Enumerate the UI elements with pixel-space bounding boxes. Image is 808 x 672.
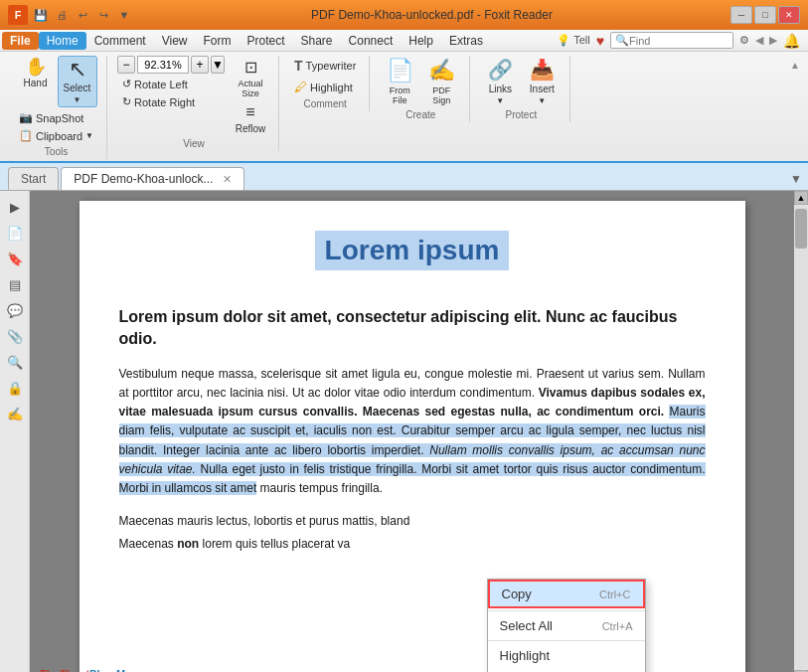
- tab-scroll-arrow[interactable]: ▼: [790, 172, 802, 186]
- create-group-label: Create: [405, 109, 435, 120]
- rotate-buttons: ↺ Rotate Left ↻ Rotate Right: [117, 76, 225, 110]
- reflow-button[interactable]: ≡ Reflow: [231, 101, 270, 136]
- rotate-right-label: Rotate Right: [134, 96, 195, 108]
- pdf-sign-button[interactable]: ✍ PDFSign: [421, 56, 461, 107]
- typewriter-button[interactable]: T Typewriter: [289, 56, 361, 76]
- context-menu-copy[interactable]: Copy Ctrl+C: [488, 580, 645, 608]
- select-button[interactable]: ↖ Select ▼: [58, 56, 97, 107]
- view-group-label: View: [183, 138, 205, 149]
- from-file-button[interactable]: 📄 FromFile: [380, 56, 419, 107]
- bell-icon[interactable]: 🔔: [783, 33, 800, 49]
- tools-group-label: Tools: [45, 146, 68, 157]
- print-quick-btn[interactable]: 🖨: [53, 6, 71, 24]
- tab-pdf-demo[interactable]: PDF Demo-Khoa-unlock... ✕: [61, 167, 243, 190]
- select-dropdown-icon: ▼: [74, 95, 81, 104]
- settings-icon[interactable]: ⚙: [739, 34, 749, 47]
- zoom-input[interactable]: [137, 56, 189, 74]
- nav-right-icon[interactable]: ▶: [769, 34, 777, 47]
- menu-help[interactable]: Help: [401, 32, 441, 50]
- highlight-icon: 🖊: [294, 80, 307, 94]
- sidebar-tool-lock[interactable]: 🔒: [3, 376, 27, 400]
- watermark-text-1: ThuThuat: [40, 668, 89, 672]
- view-side-buttons: ⊡ ActualSize ≡ Reflow: [231, 56, 270, 136]
- actual-size-label: ActualSize: [239, 79, 263, 98]
- typewriter-label: Typewriter: [306, 60, 357, 72]
- body-text-3: Maecenas non lorem quis tellus placerat …: [119, 537, 351, 551]
- select-icon: ↖: [69, 59, 86, 81]
- sidebar-tool-page[interactable]: 📄: [3, 221, 27, 245]
- menu-share[interactable]: Share: [293, 32, 341, 50]
- links-arrow: ▼: [496, 96, 504, 105]
- sidebar-tool-attach[interactable]: 📎: [3, 324, 27, 348]
- sidebar-tool-search[interactable]: 🔍: [3, 350, 27, 374]
- tab-pdf-demo-label: PDF Demo-Khoa-unlock...: [74, 172, 213, 186]
- rotate-right-button[interactable]: ↻ Rotate Right: [117, 93, 225, 110]
- more-quick-btn[interactable]: ▼: [115, 6, 133, 24]
- links-button[interactable]: 🔗 Links ▼: [480, 56, 520, 107]
- menu-home[interactable]: Home: [39, 32, 86, 50]
- menu-protect[interactable]: Protect: [240, 32, 293, 50]
- menu-connect[interactable]: Connect: [341, 32, 402, 50]
- tab-start[interactable]: Start: [8, 167, 59, 190]
- tell-me-label: 💡 Tell: [557, 34, 589, 47]
- save-quick-btn[interactable]: 💾: [32, 6, 50, 24]
- scrollbar-thumb[interactable]: [795, 209, 807, 249]
- zoom-in-button[interactable]: +: [191, 56, 209, 74]
- ribbon-group-comment: T Typewriter 🖊 Highlight Comment: [281, 56, 370, 111]
- heart-icon: ♥: [596, 33, 604, 49]
- menu-extras[interactable]: Extras: [441, 32, 491, 50]
- zoom-dropdown-button[interactable]: ▼: [211, 56, 225, 74]
- protect-group-label: Protect: [505, 109, 537, 120]
- nav-left-icon[interactable]: ◀: [755, 34, 763, 47]
- snapshot-button[interactable]: 📷 SnapShot: [14, 109, 98, 126]
- zoom-out-button[interactable]: −: [117, 56, 135, 74]
- pdf-subtitle: Lorem ipsum dolor sit amet, consectetur …: [119, 306, 706, 351]
- pdf-area: Lorem ipsum Lorem ipsum dolor sit amet, …: [30, 191, 794, 672]
- tab-close-icon[interactable]: ✕: [223, 173, 232, 185]
- context-menu-highlight[interactable]: Highlight: [488, 643, 645, 668]
- ctx-highlight-label: Highlight: [500, 648, 551, 663]
- reflow-icon: ≡: [245, 103, 254, 121]
- minimize-button[interactable]: ─: [730, 6, 752, 24]
- clipboard-button[interactable]: 📋 Clipboard ▼: [14, 127, 98, 144]
- context-menu-select-all[interactable]: Select All Ctrl+A: [488, 613, 645, 638]
- hand-label: Hand: [24, 78, 48, 88]
- actual-size-button[interactable]: ⊡ ActualSize: [231, 56, 270, 100]
- highlight-button[interactable]: 🖊 Highlight: [289, 78, 361, 96]
- pdf-body-text-3: Maecenas non lorem quis tellus placerat …: [119, 535, 706, 554]
- menu-comment[interactable]: Comment: [86, 32, 154, 50]
- hand-button[interactable]: ✋ Hand: [16, 56, 56, 90]
- menu-file[interactable]: File: [2, 32, 39, 50]
- context-divider-2: [488, 640, 645, 641]
- clipboard-arrow: ▼: [85, 131, 93, 140]
- menu-bar: File Home Comment View Form Protect Shar…: [0, 30, 808, 52]
- ribbon-group-create: 📄 FromFile ✍ PDFSign Create: [372, 56, 470, 122]
- sidebar-tool-sign[interactable]: ✍: [3, 402, 27, 425]
- context-divider-1: [488, 610, 645, 611]
- maximize-button[interactable]: □: [754, 6, 776, 24]
- select-label: Select: [64, 83, 91, 93]
- sidebar-tool-bookmark[interactable]: 🔖: [3, 247, 27, 270]
- pdf-document-title: Lorem ipsum: [315, 231, 510, 270]
- tools-main-buttons: ✋ Hand ↖ Select ▼: [16, 56, 97, 107]
- actual-size-icon: ⊡: [244, 58, 257, 77]
- watermark-suffix: .vn: [141, 668, 157, 672]
- scrollbar-up-button[interactable]: ▲: [794, 191, 808, 205]
- rotate-left-button[interactable]: ↺ Rotate Left: [117, 76, 225, 92]
- sidebar-tool-comment[interactable]: 💬: [3, 298, 27, 322]
- menu-view[interactable]: View: [154, 32, 196, 50]
- context-menu-strikeout[interactable]: Strikeout: [488, 668, 645, 672]
- close-button[interactable]: ✕: [778, 6, 800, 24]
- collapse-ribbon-button[interactable]: ▲: [788, 56, 802, 74]
- ribbon: ✋ Hand ↖ Select ▼ 📷 SnapShot 📋 Clipboard…: [0, 52, 808, 163]
- comment-col: T Typewriter 🖊 Highlight: [289, 56, 361, 96]
- undo-btn[interactable]: ↩: [74, 6, 91, 24]
- sidebar-tool-layers[interactable]: ▤: [3, 272, 27, 296]
- insert-icon: 📥: [530, 58, 555, 82]
- watermark: ThuThuatPhanMem.vn: [40, 668, 157, 672]
- search-input[interactable]: [629, 35, 728, 47]
- menu-form[interactable]: Form: [196, 32, 240, 50]
- insert-button[interactable]: 📥 Insert ▼: [522, 56, 562, 107]
- redo-btn[interactable]: ↪: [94, 6, 112, 24]
- sidebar-tool-arrow[interactable]: ▶: [3, 195, 27, 219]
